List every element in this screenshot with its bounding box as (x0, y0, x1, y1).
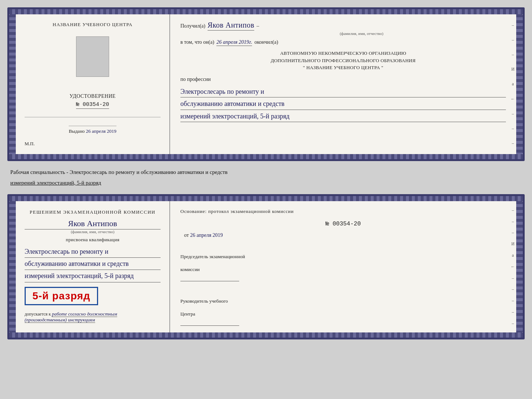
ot-date: 26 апреля 2019 (190, 232, 223, 238)
name-block-bottom: Яков Антипов (фамилия, имя, отчество) (25, 219, 161, 234)
mp-label: М.П. (25, 141, 35, 147)
description-line1: Рабочая специальность - Электрослесарь п… (10, 167, 522, 178)
dopuskaetsya-text: работе согласно должностным (52, 311, 117, 317)
poluchil-block: Получил(а) Яков Антипов – (фамилия, имя,… (180, 21, 506, 36)
vydano-date: 26 апреля 2019 (86, 128, 116, 134)
top-decorative-strip (9, 9, 523, 14)
vtom-label: в том, что он(а) (180, 39, 214, 45)
b-dash-arrow: ← (511, 264, 515, 270)
photo-placeholder (76, 36, 109, 77)
fio-hint-top: (фамилия, имя, отчество) (180, 31, 506, 36)
vtom-line: в том, что он(а) 26 апреля 2019г. окончи… (180, 39, 506, 46)
rukovoditel-signature-line (180, 319, 239, 326)
left-decorative-bar (9, 14, 16, 154)
dash-a: а (512, 81, 514, 87)
top-document-card: НАЗВАНИЕ УЧЕБНОГО ЦЕНТРА УДОСТОВЕРЕНИЕ №… (7, 7, 525, 161)
rukovoditel-block: Руководитель учебного Центра (180, 292, 506, 326)
b-dash-5: – (512, 286, 514, 292)
b-dash-3: – (512, 230, 514, 235)
qual-line2: обслуживанию автоматики и средств (25, 258, 161, 270)
right-side-dashes: – – – И а ← – – – (510, 14, 516, 154)
razryad-text: 5-й разряд (30, 290, 93, 302)
org-line1: АВТОНОМНУЮ НЕКОММЕРЧЕСКУЮ ОРГАНИЗАЦИЮ (180, 50, 506, 57)
rukovoditel-label: Руководитель учебного (180, 298, 506, 305)
b-dash-a: а (512, 253, 514, 258)
b-dash-8: – (512, 321, 514, 326)
predsedatel-block: Председатель экзаменационной комиссии (180, 247, 506, 281)
prisvoena-label: присвоена квалификация (25, 237, 161, 243)
qualification-block: Электрослесарь по ремонту и обслуживанию… (25, 246, 161, 282)
b-dash-i: И (511, 241, 515, 247)
ot-date-line: от 26 апреля 2019 (180, 232, 506, 238)
dash-arrow: ← (511, 96, 515, 102)
org-name: " НАЗВАНИЕ УЧЕБНОГО ЦЕНТРА " (180, 64, 506, 71)
right-decorative-bar (516, 14, 523, 154)
profession-line3: измерений электростанций, 5-й разряд (180, 111, 506, 122)
poluchil-line: Получил(а) Яков Антипов – (180, 21, 506, 31)
vydano-line: Выдано 26 апреля 2019 (69, 126, 116, 134)
predsedatel-signature-line (180, 275, 239, 281)
resheniem-text: Решением экзаменационной комиссии (25, 209, 161, 216)
b-dash-7: – (512, 309, 514, 315)
poluchil-name: Яков Антипов (208, 21, 254, 31)
date-handwritten: 26 апреля 2019г. (216, 39, 252, 46)
bottom-document-card: Решением экзаменационной комиссии Яков А… (7, 194, 525, 339)
bottom-left-panel: Решением экзаменационной комиссии Яков А… (16, 201, 170, 332)
dash-3: – (512, 52, 514, 57)
dash-2: – (512, 37, 514, 43)
bottom-right-side-dashes: – – – И а ← – – – – – (510, 201, 516, 332)
top-doc-inner: НАЗВАНИЕ УЧЕБНОГО ЦЕНТРА УДОСТОВЕРЕНИЕ №… (9, 14, 523, 154)
predsedatel-label2: комиссии (180, 266, 506, 273)
name-handwritten: Яков Антипов (25, 219, 161, 229)
dash-6: – (512, 140, 514, 146)
org-line2: ДОПОЛНИТЕЛЬНОГО ПРОФЕССИОНАЛЬНОГО ОБРАЗО… (180, 57, 506, 64)
dash-4: – (512, 111, 514, 117)
top-right-panel: Получил(а) Яков Антипов – (фамилия, имя,… (170, 14, 516, 154)
qual-line3: измерений электростанций, 5-й разряд (25, 270, 161, 282)
dash-5: – (512, 126, 514, 131)
udostoverenie-title: УДОСТОВЕРЕНИЕ (69, 93, 116, 99)
profession-block: Электрослесарь по ремонту и обслуживанию… (180, 86, 506, 123)
b-dash-2: – (512, 219, 514, 224)
bottom-top-decorative-strip (9, 196, 523, 201)
udostoverenie-number: № 00354-20 (76, 101, 109, 109)
dash-1: – (512, 22, 514, 28)
b-dash-1: – (512, 207, 514, 213)
top-left-panel: НАЗВАНИЕ УЧЕБНОГО ЦЕНТРА УДОСТОВЕРЕНИЕ №… (16, 14, 170, 154)
predsedatel-label: Председатель экзаменационной (180, 253, 506, 260)
bottom-left-decorative-bar (9, 201, 16, 332)
description-block: Рабочая специальность - Электрослесарь п… (7, 165, 525, 190)
bottom-right-decorative-bar (516, 201, 523, 332)
ot-label: от (184, 232, 189, 238)
bottom-doc-inner: Решением экзаменационной комиссии Яков А… (9, 201, 523, 332)
dash-i: И (511, 67, 515, 72)
dopuskaetsya-text2: (производственным) инструкциям (25, 317, 95, 323)
protocol-number: № 00354-20 (180, 221, 506, 227)
poluchil-label: Получил(а) (180, 23, 205, 29)
bottom-right-panel: Основание: протокол экзаменационной коми… (170, 201, 516, 332)
dopuskaetsya-block: допускается к работе согласно должностны… (25, 311, 161, 323)
bottom-bottom-decorative-strip (9, 332, 523, 338)
rukovoditel-label2: Центра (180, 310, 506, 318)
profession-line1: Электрослесарь по ремонту и (180, 86, 506, 98)
b-dash-6: – (512, 298, 514, 303)
qual-line1: Электрослесарь по ремонту и (25, 246, 161, 258)
bottom-decorative-strip (9, 154, 523, 159)
osnov-label: Основание: протокол экзаменационной коми… (180, 208, 506, 215)
poprofessii-line: по профессии (180, 76, 506, 82)
razryad-box: 5-й разряд (25, 287, 98, 305)
description-line2: измерений электростанций, 5-й разряд (10, 178, 522, 188)
fio-hint-bottom: (фамилия, имя, отчество) (25, 229, 161, 234)
dopuskaetsya-label: допускается к (25, 311, 51, 317)
school-name-label: НАЗВАНИЕ УЧЕБНОГО ЦЕНТРА (53, 22, 132, 28)
okonchil-label: окончил(а) (254, 39, 278, 45)
vydano-label: Выдано (69, 128, 85, 134)
b-dash-4: – (512, 275, 514, 281)
org-block: АВТОНОМНУЮ НЕКОММЕРЧЕСКУЮ ОРГАНИЗАЦИЮ ДО… (180, 50, 506, 71)
profession-line2: обслуживанию автоматики и средств (180, 98, 506, 110)
